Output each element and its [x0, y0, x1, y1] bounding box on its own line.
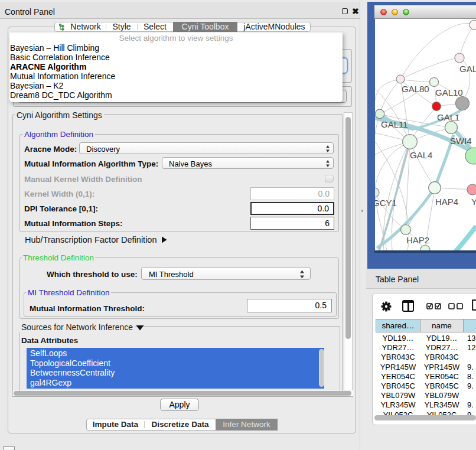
svg-text:GAL10: GAL10	[435, 87, 463, 97]
svg-text:GAL11: GAL11	[381, 119, 408, 129]
svg-text:HAP2: HAP2	[406, 235, 429, 245]
svg-text:SWI4: SWI4	[450, 136, 472, 146]
svg-text:GAL7: GAL7	[459, 64, 476, 74]
svg-text:HAP4: HAP4	[435, 197, 458, 207]
svg-text:GAL4: GAL4	[410, 150, 432, 160]
svg-text:GCY1: GCY1	[375, 198, 397, 208]
svg-text:YP: YP	[471, 197, 476, 207]
svg-text:GAL1: GAL1	[437, 112, 459, 122]
svg-text:GAL80: GAL80	[402, 84, 429, 94]
